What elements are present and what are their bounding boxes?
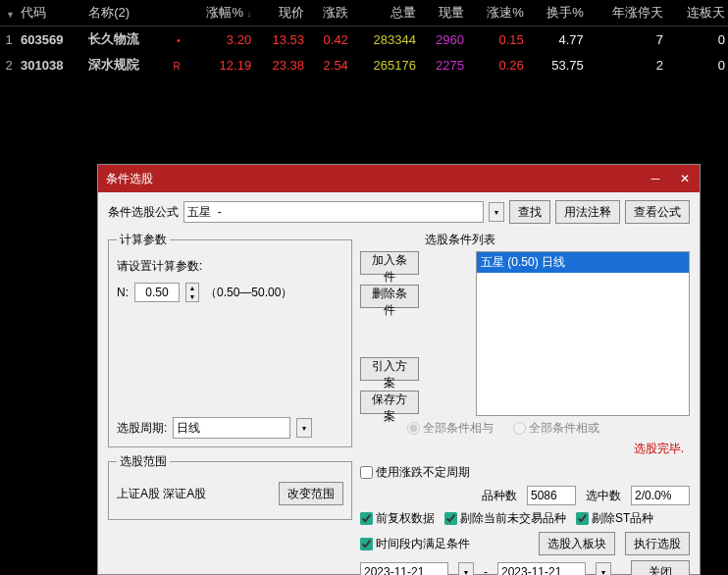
stock-name: 长久物流	[85, 26, 165, 53]
table-row[interactable]: 1603569长久物流•3.2013.530.4228334429600.154…	[0, 26, 728, 53]
price: 23.38	[254, 52, 307, 78]
turn: 53.75	[527, 52, 587, 78]
close-button[interactable]: 关闭	[631, 560, 690, 575]
col-speed[interactable]: 涨速%	[467, 0, 527, 26]
stock-name: 深水规院	[85, 52, 165, 78]
param-hint: 请设置计算参数:	[117, 258, 343, 275]
scope-fieldset: 选股范围 上证A股 深证A股 改变范围	[108, 453, 352, 520]
cur: 2275	[419, 52, 467, 78]
vol: 283344	[351, 26, 419, 53]
col-flag	[165, 0, 183, 26]
titlebar[interactable]: 条件选股 ─ ✕	[98, 165, 700, 192]
chevron-down-icon[interactable]: ▾	[296, 418, 312, 438]
flag: •	[165, 26, 183, 53]
col-name[interactable]: 名称(2)	[85, 0, 165, 26]
chg: 0.42	[307, 26, 351, 53]
radio-or: 全部条件相或	[513, 420, 599, 437]
param-n-input[interactable]	[134, 283, 180, 302]
import-scheme-button[interactable]: 引入方案	[360, 357, 419, 381]
change-scope-button[interactable]: 改变范围	[279, 482, 343, 505]
condition-listbox[interactable]: 五星 (0.50) 日线	[476, 251, 690, 416]
fq-chk[interactable]: 前复权数据	[360, 510, 435, 527]
date-dash: -	[484, 565, 488, 575]
streak: 0	[666, 26, 728, 53]
formula-combo[interactable]	[183, 201, 484, 223]
price: 13.53	[254, 26, 307, 53]
execute-button[interactable]: 执行选股	[625, 532, 690, 555]
date-from[interactable]	[360, 562, 448, 575]
radio-and: 全部条件相与	[407, 420, 494, 437]
dialog-title: 条件选股	[106, 171, 641, 187]
cond-list-label: 选股条件列表	[425, 232, 690, 248]
add-condition-button[interactable]: 加入条件	[360, 251, 419, 275]
yup: 2	[587, 52, 666, 78]
calc-legend: 计算参数	[117, 232, 170, 248]
formula-label: 条件选股公式	[108, 204, 179, 221]
delete-condition-button[interactable]: 删除条件	[360, 285, 419, 308]
cur: 2960	[419, 26, 467, 53]
col-streak[interactable]: 连板天	[666, 0, 728, 26]
variety-label: 品种数	[482, 488, 517, 504]
flag: R	[165, 52, 183, 78]
spinner-buttons[interactable]: ▲▼	[185, 283, 199, 302]
scope-text: 上证A股 深证A股	[117, 486, 206, 502]
chg: 2.54	[307, 52, 351, 78]
col-turn[interactable]: 换手%	[527, 0, 587, 26]
streak: 0	[666, 52, 728, 78]
scope-legend: 选股范围	[117, 453, 170, 470]
stock-filter-dialog: 条件选股 ─ ✕ 条件选股公式 ▾ 查找 用法注释 查看公式 计算参数 请设置计…	[97, 164, 701, 575]
table-row[interactable]: 2301038深水规院R12.1923.382.5426517622750.26…	[0, 52, 728, 78]
col-vol[interactable]: 总量	[351, 0, 419, 26]
dropdown-icon[interactable]: ▼	[6, 10, 15, 20]
param-n-label: N:	[117, 286, 129, 299]
find-button[interactable]: 查找	[509, 200, 550, 224]
undef-period-chk[interactable]: 使用涨跌不定周期	[360, 464, 470, 481]
col-code[interactable]: 代码	[18, 0, 85, 26]
stock-table: ▼ 代码 名称(2) 涨幅% ↓ 现价 涨跌 总量 现量 涨速% 换手% 年涨停…	[0, 0, 728, 78]
selected-label: 选中数	[586, 488, 621, 504]
calc-params-fieldset: 计算参数 请设置计算参数: N: ▲▼ （0.50—50.00） 选股周期:	[108, 232, 352, 447]
row-index: 1	[0, 26, 18, 53]
period-label: 选股周期:	[117, 420, 167, 437]
vol: 265176	[351, 52, 419, 78]
usage-button[interactable]: 用法注释	[555, 200, 620, 224]
time-range-chk[interactable]: 时间段内满足条件	[360, 536, 470, 552]
save-scheme-button[interactable]: 保存方案	[360, 391, 419, 414]
rm-nontrade-chk[interactable]: 剔除当前未交易品种	[444, 510, 566, 527]
selected-count	[631, 486, 690, 505]
chevron-down-icon[interactable]: ▾	[458, 562, 474, 575]
close-icon[interactable]: ✕	[670, 165, 700, 192]
speed: 0.26	[467, 52, 527, 78]
param-range: （0.50—50.00）	[205, 285, 292, 301]
minimize-button[interactable]: ─	[641, 165, 670, 192]
period-combo[interactable]	[173, 417, 290, 439]
view-formula-button[interactable]: 查看公式	[625, 200, 690, 224]
pct: 3.20	[183, 26, 254, 53]
variety-count	[527, 486, 576, 505]
col-pct[interactable]: 涨幅% ↓	[183, 0, 254, 26]
col-chg[interactable]: 涨跌	[307, 0, 351, 26]
yup: 7	[587, 26, 666, 53]
rm-st-chk[interactable]: 剔除ST品种	[576, 510, 653, 527]
pct: 12.19	[183, 52, 254, 78]
date-to[interactable]	[497, 562, 586, 575]
row-index: 2	[0, 52, 18, 78]
turn: 4.77	[527, 26, 587, 53]
stock-code: 301038	[18, 52, 85, 78]
table-header-row: ▼ 代码 名称(2) 涨幅% ↓ 现价 涨跌 总量 现量 涨速% 换手% 年涨停…	[0, 0, 728, 26]
stock-code: 603569	[18, 26, 85, 53]
list-item[interactable]: 五星 (0.50) 日线	[477, 252, 689, 273]
col-yup[interactable]: 年涨停天	[587, 0, 666, 26]
to-block-button[interactable]: 选股入板块	[539, 532, 615, 555]
col-cur[interactable]: 现量	[419, 0, 467, 26]
status-text: 选股完毕.	[360, 441, 690, 457]
col-price[interactable]: 现价	[254, 0, 307, 26]
speed: 0.15	[467, 26, 527, 53]
chevron-down-icon[interactable]: ▾	[489, 202, 504, 222]
chevron-down-icon[interactable]: ▾	[596, 562, 611, 575]
